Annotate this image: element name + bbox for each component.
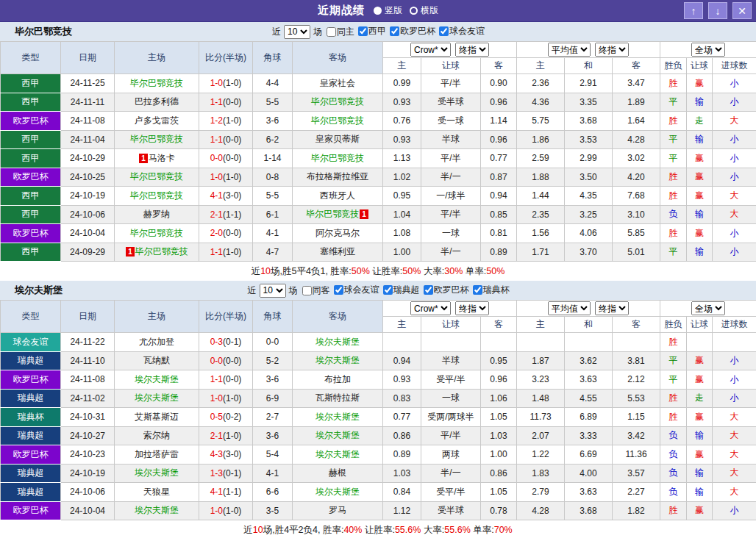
away-team: 罗马 (293, 501, 383, 520)
league-filter-欧罗巴杯[interactable]: 欧罗巴杯 (386, 25, 435, 37)
full-time-score: 1-0 (210, 506, 223, 516)
result-handicap: 赢 (687, 187, 713, 206)
average-select[interactable]: 平均值 (548, 43, 591, 57)
avg-home-odds: 1.22 (517, 445, 565, 465)
sub-header-avg-away: 客 (613, 58, 660, 74)
match-date: 24-10-29 (61, 149, 115, 168)
league-checkbox[interactable] (439, 26, 449, 36)
handicap-home-odds: 1.08 (383, 224, 421, 243)
league-filter-球会友谊[interactable]: 球会友谊 (435, 25, 485, 37)
avg-home-odds: 1.71 (517, 243, 565, 262)
bookmaker-select[interactable]: Crow* (410, 301, 451, 315)
summary-text: 大率: (421, 265, 444, 278)
league-filter-瑞典杯[interactable]: 瑞典杯 (469, 284, 510, 296)
final-odds-select[interactable]: 终指 (455, 301, 489, 315)
handicap-line: 一/球半 (421, 187, 481, 206)
match-date: 24-11-08 (61, 370, 115, 390)
result-handicap: 输 (687, 243, 713, 262)
move-down-button[interactable]: ↓ (708, 2, 727, 19)
handicap-line: 受两/两球半 (421, 408, 481, 427)
bookmaker-select[interactable]: Crow* (410, 43, 451, 57)
recent-count-select[interactable]: 10 (284, 25, 310, 39)
handicap-away-odds: 0.96 (481, 93, 517, 112)
same-venue-checkbox[interactable] (327, 27, 336, 37)
recent-label: 近 (272, 26, 281, 38)
team-name: 毕尔巴鄂竞技 (311, 153, 364, 163)
full-time-score: 0-0 (210, 153, 223, 163)
result-outcome: 胜 (660, 389, 687, 408)
team-name: 毕尔巴鄂竞技 (130, 228, 183, 238)
league-filter-label: 球会友谊 (449, 25, 485, 37)
league-checkbox[interactable] (473, 285, 482, 295)
league-filter-球会友谊[interactable]: 球会友谊 (330, 284, 379, 296)
match-row: 欧罗巴杯24-10-25毕尔巴鄂竞技1-0(1-0)0-8布拉格斯拉维亚1.02… (1, 168, 756, 187)
team-name: 天狼星 (143, 487, 170, 497)
scope-select[interactable]: 全场 (691, 43, 725, 57)
radio-vertical-layout-selected[interactable] (374, 7, 382, 15)
scope-select[interactable]: 全场 (691, 301, 725, 315)
radio-label-vertical[interactable]: 竖版 (385, 4, 402, 17)
league-filters: 西甲欧罗巴杯球会友谊 (354, 25, 485, 38)
result-goals: 大 (713, 205, 756, 224)
league-checkbox[interactable] (424, 285, 433, 295)
league-badge: 瑞典超 (1, 351, 61, 370)
same-venue-label: 同主 (337, 26, 354, 38)
sub-header-handicap-line: 让球 (421, 58, 481, 74)
league-badge: 欧罗巴杯 (1, 370, 61, 390)
corner-score: 6-1 (253, 205, 293, 224)
away-team: 布拉格斯拉维亚 (293, 168, 383, 187)
match-date: 24-10-19 (61, 187, 115, 206)
radio-horizontal-layout[interactable] (410, 7, 418, 15)
team-name: 尤尔加登 (139, 337, 174, 347)
col-header-corner: 角球 (253, 42, 293, 74)
team-name: 布拉格斯拉维亚 (307, 171, 368, 182)
corner-score: 5-2 (253, 351, 293, 370)
half-time-score: (1-0) (223, 172, 241, 182)
close-button[interactable]: ✕ (732, 2, 752, 19)
avg-draw-odds: 3.68 (565, 112, 613, 131)
sub-header-avg-draw: 和 (565, 317, 613, 333)
average-select[interactable]: 平均值 (548, 301, 591, 315)
same-venue-filter[interactable]: 同主 (323, 26, 354, 38)
same-venue-filter[interactable]: 同客 (299, 284, 330, 297)
final-odds-select[interactable]: 终指 (455, 43, 489, 57)
league-checkbox[interactable] (390, 26, 399, 36)
avg-draw-odds: 3.33 (565, 426, 613, 445)
corner-score: 5-5 (253, 93, 293, 112)
avg-home-odds: 1.87 (517, 351, 565, 370)
full-time-score: 1-1 (210, 97, 223, 107)
score: 0-0(0-0) (199, 149, 253, 168)
avg-away-odds: 7.68 (613, 187, 660, 206)
col-header-score: 比分(半场) (199, 301, 253, 333)
final-odds-select-2[interactable]: 终指 (595, 43, 629, 57)
league-badge: 西甲 (1, 187, 61, 206)
league-checkbox[interactable] (358, 26, 368, 36)
page-title: 近期战绩 (318, 4, 365, 18)
final-odds-select-2[interactable]: 终指 (595, 301, 629, 315)
home-team: 埃尔夫斯堡 (115, 501, 199, 520)
result-outcome: 平 (660, 243, 687, 262)
half-time-score: (1-0) (223, 78, 241, 88)
league-checkbox[interactable] (383, 285, 393, 295)
league-filter-瑞典超[interactable]: 瑞典超 (379, 284, 420, 296)
summary-text: 55.6% (444, 525, 470, 535)
league-filter-西甲[interactable]: 西甲 (354, 25, 386, 37)
recent-count-select[interactable]: 10 (260, 284, 286, 298)
move-up-button[interactable]: ↑ (684, 2, 703, 19)
avg-away-odds: 3.47 (613, 74, 660, 93)
same-venue-checkbox[interactable] (302, 286, 312, 295)
league-checkbox[interactable] (334, 285, 343, 295)
result-handicap: 赢 (687, 149, 713, 168)
result-handicap (687, 333, 713, 352)
handicap-home-odds: 0.99 (383, 74, 421, 93)
league-filter-label: 欧罗巴杯 (400, 25, 435, 37)
handicap-away-odds: 0.86 (481, 464, 517, 483)
team-name: 西班牙人 (320, 190, 355, 201)
avg-away-odds: 3.42 (613, 426, 660, 445)
handicap-away-odds: 0.94 (481, 187, 517, 206)
league-filter-欧罗巴杯[interactable]: 欧罗巴杯 (420, 284, 469, 296)
corner-score: 6-2 (253, 130, 293, 149)
avg-home-odds: 1.88 (517, 168, 565, 187)
radio-label-horizontal[interactable]: 横版 (421, 4, 438, 17)
score: 1-1(0-0) (199, 93, 253, 112)
